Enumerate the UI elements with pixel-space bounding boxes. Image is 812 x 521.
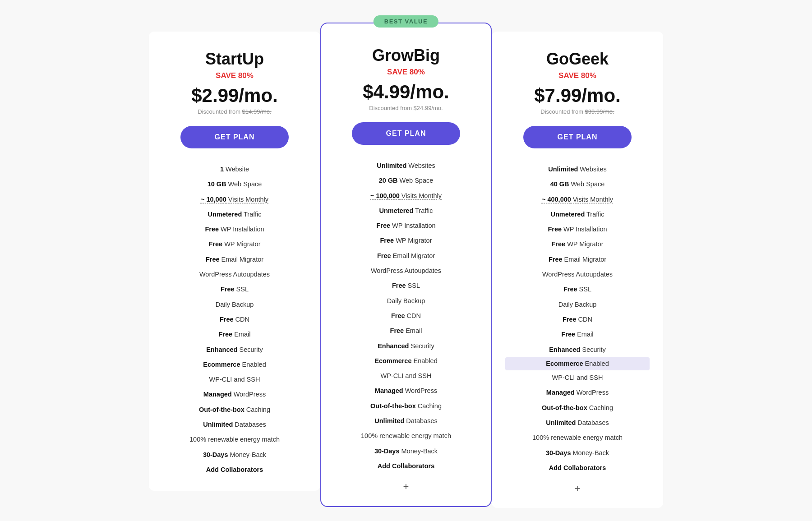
save-badge-gogeek: SAVE 80% xyxy=(505,71,650,80)
feature-item: Enhanced Security xyxy=(162,342,307,357)
feature-item: Free WP Installation xyxy=(335,218,477,233)
feature-item: Out-of-the-box Caching xyxy=(505,401,650,415)
feature-item: Unlimited Websites xyxy=(505,162,650,177)
feature-item: Unlimited Databases xyxy=(162,417,307,432)
plan-name-growbig: GrowBig xyxy=(335,46,477,65)
get-plan-button-growbig[interactable]: GET PLAN xyxy=(352,122,460,145)
feature-item: Unmetered Traffic xyxy=(162,207,307,222)
price-growbig: $4.99/mo. xyxy=(335,81,477,103)
feature-item: Ecommerce Enabled xyxy=(162,357,307,372)
feature-item: 20 GB Web Space xyxy=(335,173,477,188)
plus-icon-gogeek: + xyxy=(505,483,650,494)
feature-item: Ecommerce Enabled xyxy=(505,357,650,370)
feature-item: 30-Days Money-Back xyxy=(335,444,477,459)
feature-item: Free WP Installation xyxy=(505,222,650,237)
pricing-container: StartUpSAVE 80%$2.99/mo.Discounted from … xyxy=(90,18,722,508)
feature-item: Free Email Migrator xyxy=(335,249,477,263)
feature-item: Enhanced Security xyxy=(335,339,477,354)
feature-item: Unlimited Databases xyxy=(335,414,477,429)
price-startup: $2.99/mo. xyxy=(162,85,307,106)
features-list-startup: 1 Website10 GB Web Space~ 10,000 Visits … xyxy=(162,162,307,477)
feature-item: Unlimited Databases xyxy=(505,415,650,430)
feature-item: WP-CLI and SSH xyxy=(162,372,307,387)
feature-item: Unmetered Traffic xyxy=(505,207,650,222)
feature-item: 1 Website xyxy=(162,162,307,177)
feature-item: Out-of-the-box Caching xyxy=(335,399,477,414)
feature-item: Managed WordPress xyxy=(162,387,307,402)
save-badge-startup: SAVE 80% xyxy=(162,71,307,80)
feature-item: Add Collaborators xyxy=(335,459,477,474)
plan-card-startup: StartUpSAVE 80%$2.99/mo.Discounted from … xyxy=(149,32,320,491)
plus-icon-growbig: + xyxy=(335,481,477,493)
save-badge-growbig: SAVE 80% xyxy=(335,68,477,77)
feature-item: 30-Days Money-Back xyxy=(505,446,650,461)
plan-card-growbig: BEST VALUEGrowBigSAVE 80%$4.99/mo.Discou… xyxy=(320,23,492,507)
feature-item: ~ 400,000 Visits Monthly xyxy=(505,192,650,207)
get-plan-button-startup[interactable]: GET PLAN xyxy=(180,126,289,148)
feature-item: Free Email xyxy=(505,327,650,342)
plan-card-gogeek: GoGeekSAVE 80%$7.99/mo.Discounted from $… xyxy=(492,32,663,508)
feature-item: Ecommerce Enabled xyxy=(335,354,477,369)
feature-item: WP-CLI and SSH xyxy=(505,370,650,385)
plan-name-startup: StartUp xyxy=(162,50,307,69)
feature-item: Add Collaborators xyxy=(162,462,307,477)
feature-item: ~ 100,000 Visits Monthly xyxy=(335,189,477,203)
feature-item: Add Collaborators xyxy=(505,461,650,475)
features-list-growbig: Unlimited Websites20 GB Web Space~ 100,0… xyxy=(335,158,477,474)
feature-item: Free Email xyxy=(162,327,307,342)
feature-item: Free WP Migrator xyxy=(162,237,307,252)
features-list-gogeek: Unlimited Websites40 GB Web Space~ 400,0… xyxy=(505,162,650,475)
feature-item: Free Email xyxy=(335,323,477,338)
feature-item: Out-of-the-box Caching xyxy=(162,402,307,417)
feature-item: WordPress Autoupdates xyxy=(505,267,650,282)
feature-item: Managed WordPress xyxy=(335,383,477,398)
feature-item: 100% renewable energy match xyxy=(505,430,650,445)
feature-item: Free Email Migrator xyxy=(162,252,307,267)
feature-item: Free WP Migrator xyxy=(335,233,477,248)
feature-item: Daily Backup xyxy=(335,294,477,309)
feature-item: Free CDN xyxy=(162,312,307,327)
feature-item: ~ 10,000 Visits Monthly xyxy=(162,192,307,207)
plan-name-gogeek: GoGeek xyxy=(505,50,650,69)
price-gogeek: $7.99/mo. xyxy=(505,85,650,106)
feature-item: 10 GB Web Space xyxy=(162,177,307,192)
feature-item: 30-Days Money-Back xyxy=(162,447,307,462)
feature-item: Managed WordPress xyxy=(505,385,650,400)
feature-item: WordPress Autoupdates xyxy=(335,263,477,278)
feature-item: Free WP Installation xyxy=(162,222,307,237)
feature-item: WordPress Autoupdates xyxy=(162,267,307,282)
discounted-from-growbig: Discounted from $24.99/mo. xyxy=(335,105,477,111)
feature-item: Unmetered Traffic xyxy=(335,203,477,218)
feature-item: Free WP Migrator xyxy=(505,237,650,252)
feature-item: 40 GB Web Space xyxy=(505,177,650,192)
feature-item: Daily Backup xyxy=(162,297,307,312)
feature-item: Free CDN xyxy=(335,309,477,323)
feature-item: Free CDN xyxy=(505,312,650,327)
feature-item: Free Email Migrator xyxy=(505,252,650,267)
feature-item: Free SSL xyxy=(162,282,307,297)
feature-item: Unlimited Websites xyxy=(335,158,477,173)
best-value-badge: BEST VALUE xyxy=(374,15,438,28)
discounted-from-gogeek: Discounted from $39.99/mo. xyxy=(505,108,650,115)
feature-item: Free SSL xyxy=(335,278,477,293)
feature-item: 100% renewable energy match xyxy=(335,429,477,443)
feature-item: Free SSL xyxy=(505,282,650,297)
feature-item: WP-CLI and SSH xyxy=(335,369,477,383)
discounted-from-startup: Discounted from $14.99/mo. xyxy=(162,108,307,115)
feature-item: Enhanced Security xyxy=(505,342,650,357)
get-plan-button-gogeek[interactable]: GET PLAN xyxy=(523,126,632,148)
feature-item: Daily Backup xyxy=(505,297,650,312)
feature-item: 100% renewable energy match xyxy=(162,432,307,447)
